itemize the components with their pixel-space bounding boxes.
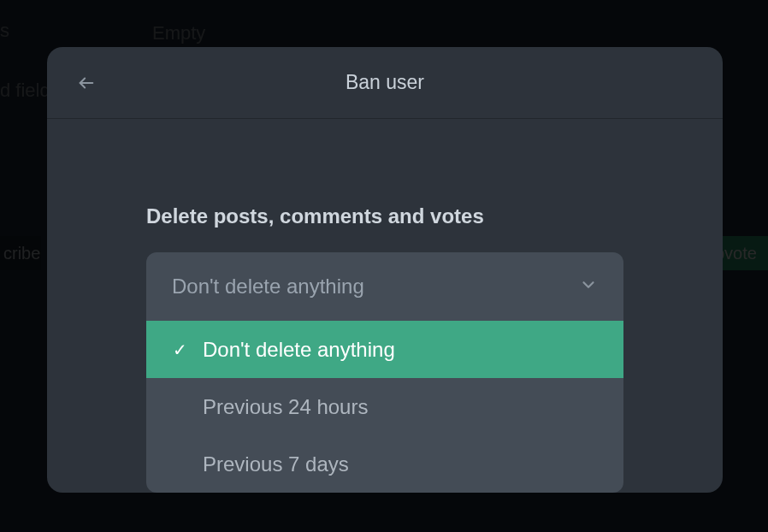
modal-title: Ban user [346,71,424,94]
delete-scope-label: Delete posts, comments and votes [146,204,623,228]
check-icon: ✓ [172,340,187,360]
modal-header: Ban user [47,47,723,119]
option-label: Previous 24 hours [203,395,368,419]
select-value: Don't delete anything [172,275,364,299]
back-button[interactable] [73,69,100,97]
option-dont-delete[interactable]: ✓ Don't delete anything [146,321,623,378]
option-previous-7-days[interactable]: ✓ Previous 7 days [146,435,623,493]
chevron-down-icon [579,275,598,298]
option-label: Previous 7 days [203,452,349,476]
modal-body: Delete posts, comments and votes Don't d… [47,119,723,493]
select-dropdown: ✓ Don't delete anything ✓ Previous 24 ho… [146,321,623,493]
option-previous-24-hours[interactable]: ✓ Previous 24 hours [146,378,623,435]
option-label: Don't delete anything [203,338,395,362]
delete-scope-select: Don't delete anything ✓ Don't delete any… [146,252,623,493]
select-trigger[interactable]: Don't delete anything [146,252,623,321]
arrow-left-icon [77,74,96,92]
ban-user-modal: Ban user Delete posts, comments and vote… [47,47,723,493]
